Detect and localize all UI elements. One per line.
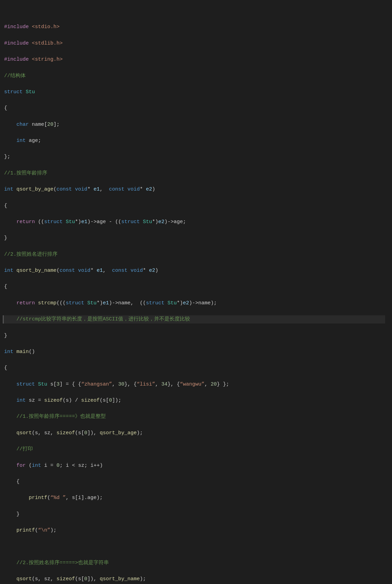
line-26: qsort(s, sz, sizeof(s[0]), qsort_by_age)…: [3, 429, 385, 437]
code-editor: #include <stdio.h> #include <stdlib.h> #…: [0, 4, 392, 584]
line-21: int main(): [3, 348, 385, 356]
line-17: {: [3, 283, 385, 291]
line-22: {: [3, 364, 385, 372]
line-9: };: [3, 153, 385, 161]
line-18: return strcmp(((struct Stu*)e1)->name, (…: [3, 299, 385, 307]
line-32: printf(“\n”);: [3, 526, 385, 535]
line-35: qsort(s, sz, sizeof(s[0]), qsort_by_name…: [3, 575, 385, 583]
line-23: struct Stu s[3] = { {“zhangsan”, 30}, {“…: [3, 380, 385, 389]
line-19: //strcmp比较字符串的长度，是按照ASCII值，进行比较，并不是长度比较: [3, 315, 385, 324]
line-28: for (int i = 0; i < sz; i++): [3, 462, 385, 470]
line-7: char name[20];: [3, 121, 385, 129]
line-11: int qsort_by_age(const void* e1, const v…: [3, 185, 385, 194]
line-10: //1.按照年龄排序: [3, 169, 385, 178]
line-2: #include <stdlib.h>: [3, 39, 385, 48]
line-8: int age;: [3, 137, 385, 145]
line-3: #include <string.h>: [3, 56, 385, 64]
line-15: //2.按照姓名进行排序: [3, 251, 385, 259]
line-34: //2.按照姓名排序=====>也就是字符串: [3, 559, 385, 567]
line-27: //打印: [3, 445, 385, 453]
line-4: //结构体: [3, 72, 385, 80]
line-30: printf(“%d ”, s[i].age);: [3, 494, 385, 502]
line-31: }: [3, 510, 385, 519]
line-24: int sz = sizeof(s) / sizeof(s[0]);: [3, 397, 385, 405]
line-25: //1.按照年龄排序=====》也就是整型: [3, 413, 385, 421]
line-16: int qsort_by_name(const void* e1, const …: [3, 267, 385, 275]
line-14: }: [3, 234, 385, 242]
line-6: {: [3, 104, 385, 112]
line-29: {: [3, 478, 385, 486]
line-33: [3, 543, 385, 551]
line-1: #include <stdio.h>: [3, 23, 385, 31]
line-5: struct Stu: [3, 88, 385, 96]
line-12: {: [3, 202, 385, 210]
line-13: return ((struct Stu*)e1)->age - ((struct…: [3, 218, 385, 226]
line-20: }: [3, 332, 385, 340]
